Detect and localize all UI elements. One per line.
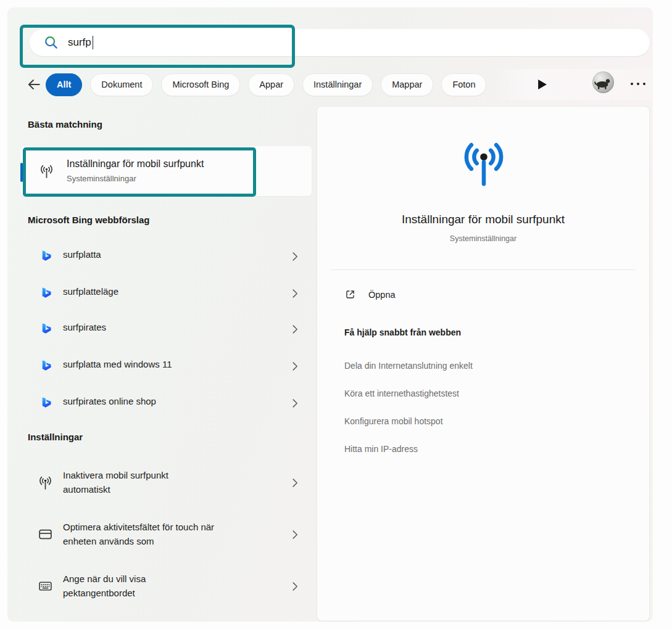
chevron-right-icon [292,582,298,591]
bing-suggestion-label: surfpirates [63,322,106,332]
touch-keyboard-icon [38,578,53,594]
chevron-right-icon [292,362,298,371]
tab-allt[interactable]: Allt [46,73,82,96]
filter-tabs-row: Allt Dokument Microsoft Bing Appar Instä… [7,69,653,100]
help-link[interactable]: Dela din Internetanslutning enkelt [344,361,473,371]
settings-result-label: Inaktivera mobil surfpunkt automatiskt [63,468,197,496]
bing-suggestions-header: Microsoft Bing webbförslag [28,215,150,225]
bing-suggestion-label: surfplatteläge [63,286,118,297]
tab-mappar[interactable]: Mappar [381,73,433,96]
chevron-right-icon [292,252,298,261]
open-action[interactable]: Öppna [344,289,396,300]
tab-strip-fade [495,69,653,100]
settings-result-row[interactable]: Ange när du vill visa pektangentbordet [20,563,312,609]
settings-result-row[interactable]: Inaktivera mobil surfpunkt automatiskt [20,459,312,505]
search-icon [43,35,59,51]
chevron-right-icon [292,479,298,487]
preview-panel: Inställningar för mobil surfpunkt System… [317,106,650,621]
chevron-right-icon [292,399,298,408]
best-match-header: Bästa matchning [28,119,102,130]
help-link[interactable]: Konfigurera mobil hotspot [344,416,443,426]
help-link[interactable]: Köra ett internethastighetstest [344,388,459,398]
best-match-result[interactable]: Inställningar för mobil surfpunkt System… [20,146,312,196]
best-match-subtitle: Systeminställningar [67,174,136,183]
preview-subtitle: Systeminställningar [317,234,649,243]
bing-icon [40,287,52,298]
tab-strip: Allt Dokument Microsoft Bing Appar Instä… [46,69,547,100]
user-avatar[interactable] [592,72,614,93]
tablet-icon [38,527,53,542]
open-external-icon [344,289,356,300]
hotspot-icon [38,475,53,490]
settings-result-label: Ange när du vill visa pektangentbordet [63,572,197,600]
bing-icon [40,250,52,261]
tab-dokument[interactable]: Dokument [90,73,153,96]
search-input[interactable]: surfp [68,36,91,49]
chevron-right-icon [292,289,298,298]
tab-installningar[interactable]: Inställningar [302,73,373,96]
web-help-header: Få hjälp snabbt från webben [344,327,461,337]
preview-title: Inställningar för mobil surfpunkt [317,213,649,226]
best-match-title: Inställningar för mobil surfpunkt [67,158,204,170]
back-arrow-icon[interactable] [26,76,42,92]
bing-suggestion-row[interactable]: surfplatta med windows 11 [20,350,312,382]
bing-suggestion-label: surfplatta [63,249,101,260]
selection-accent-bar [20,163,23,182]
tab-appar[interactable]: Appar [248,73,294,96]
hotspot-icon [39,163,54,179]
more-options-icon[interactable] [631,83,645,85]
search-bar[interactable]: surfp [30,29,650,56]
scroll-tabs-right-icon[interactable] [538,80,547,89]
bing-suggestion-label: surfpirates online shop [63,396,156,406]
divider [331,269,636,270]
bing-suggestion-row[interactable]: surfpirates online shop [20,387,312,419]
bing-suggestion-row[interactable]: surfplatta [20,240,312,272]
settings-result-label: Optimera aktivitetsfältet för touch när … [63,520,233,548]
search-flyout-window: surfp Allt Dokument Microsoft Bing Appar… [7,7,653,622]
tab-foton[interactable]: Foton [441,73,486,96]
bing-suggestion-label: surfplatta med windows 11 [63,359,172,369]
animal-photo [592,72,614,93]
settings-section-header: Inställningar [28,432,83,442]
bing-icon [40,397,52,408]
bing-icon [40,360,52,371]
bing-icon [40,323,52,334]
help-link[interactable]: Hitta min IP-adress [344,444,418,454]
bing-suggestion-row[interactable]: surfplatteläge [20,277,312,309]
bing-suggestion-row[interactable]: surfpirates [20,313,312,345]
settings-result-row[interactable]: Optimera aktivitetsfältet för touch när … [20,511,312,557]
hotspot-icon [458,138,510,188]
chevron-right-icon [292,530,298,539]
chevron-right-icon [292,325,298,334]
text-cursor [93,36,94,49]
open-label: Öppna [368,290,396,300]
tab-microsoft-bing[interactable]: Microsoft Bing [161,73,240,96]
